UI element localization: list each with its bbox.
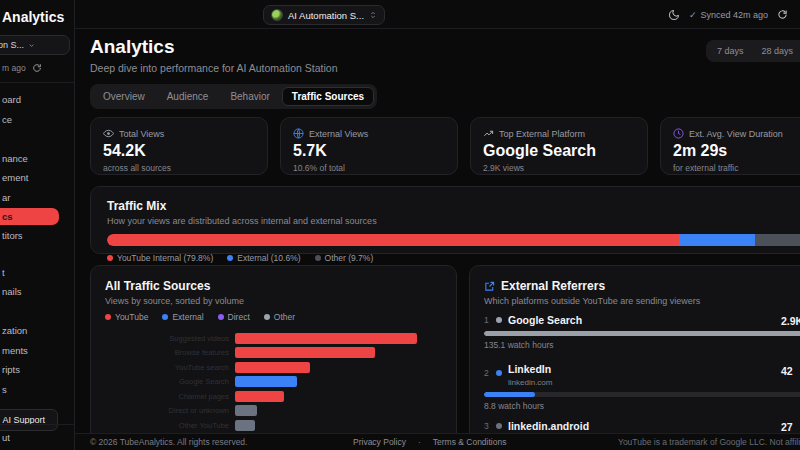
footer-separator: · — [418, 437, 421, 447]
clock-icon — [673, 128, 684, 139]
stat-label: Ext. Avg. View Duration — [689, 129, 783, 139]
channel-avatar — [271, 9, 283, 21]
stat-subtext: 10.6% of total — [293, 163, 445, 173]
stat-cards-row: Total Views 54.2K across all sources Ext… — [90, 117, 800, 175]
sidebar-item[interactable]: titors — [0, 226, 74, 246]
stat-subtext: 2.9K views — [483, 163, 635, 173]
tab-overview[interactable]: Overview — [93, 87, 155, 106]
sidebar-item[interactable] — [0, 302, 74, 322]
trending-up-icon — [483, 128, 494, 139]
stat-value: 54.2K — [103, 142, 255, 160]
page-title: Analytics — [90, 36, 800, 58]
traffic-mix-stacked-bar — [107, 234, 800, 246]
tab-traffic-sources[interactable]: Traffic Sources — [282, 87, 374, 106]
referrers-subtitle: Which platforms outside YouTube are send… — [484, 296, 800, 306]
stat-subtext: for external traffic — [673, 163, 800, 173]
legend-dot — [218, 314, 224, 320]
tab-behavior[interactable]: Behavior — [220, 87, 279, 106]
external-link-icon — [484, 281, 495, 292]
sidebar-item[interactable] — [0, 129, 74, 149]
referrer-value: 42 — [781, 365, 793, 377]
legend-item: YouTube — [105, 312, 148, 322]
stat-label: Top External Platform — [499, 129, 585, 139]
sidebar-item[interactable]: nance — [0, 149, 74, 169]
legend-item: YouTube Internal (79.8%) — [107, 253, 213, 263]
referrers-title: External Referrers — [501, 279, 605, 293]
traffic-mix-subtitle: How your views are distributed across in… — [107, 216, 800, 226]
sidebar-bottom-item[interactable]: ut — [0, 424, 75, 450]
legend-dot — [107, 255, 113, 261]
tab-audience[interactable]: Audience — [157, 87, 219, 106]
stat-card-avg-duration: Ext. Avg. View Duration 2m 29s for exter… — [660, 117, 800, 175]
topbar: AI Automation S... ✓ Synced 42m ago — [75, 0, 800, 29]
stat-value: 5.7K — [293, 142, 445, 160]
sidebar-channel-selector[interactable]: mation S... — [0, 35, 70, 55]
bar-row: Browse features — [105, 346, 442, 361]
app-window: Analytics mation S... m ago oard ce nanc… — [0, 0, 800, 450]
copyright: © 2026 TubeAnalytics. All rights reserve… — [90, 437, 247, 447]
legend-item: External (10.6%) — [227, 253, 300, 263]
sidebar-item[interactable]: t — [0, 263, 74, 283]
sidebar-item[interactable]: ce — [0, 110, 74, 130]
referrer-value: 2.9K — [781, 315, 800, 327]
sources-title: All Traffic Sources — [105, 279, 442, 293]
sidebar-nav: oard ce nance ement ar cs titors t nails… — [0, 90, 74, 399]
sync-status: ✓ Synced 42m ago — [689, 10, 768, 20]
stat-label: Total Views — [119, 129, 164, 139]
sidebar: Analytics mation S... m ago oard ce nanc… — [0, 0, 75, 450]
sidebar-item[interactable]: nails — [0, 282, 74, 302]
range-7-days[interactable]: 7 days — [709, 43, 752, 59]
moon-icon[interactable] — [668, 9, 680, 21]
sidebar-item[interactable]: s — [0, 380, 74, 400]
referrer-bar — [484, 392, 800, 397]
chevron-updown-icon — [369, 11, 377, 19]
stat-value: 2m 29s — [673, 142, 800, 160]
referrer-domain: linkedin.com — [508, 378, 552, 387]
refresh-icon[interactable] — [32, 63, 42, 73]
sidebar-section-gap — [0, 246, 74, 263]
legend-item: External — [162, 312, 203, 322]
referrer-watch-hours: 135.1 watch hours — [484, 340, 800, 350]
date-range-selector: 7 days 28 days 90 days 1 year — [706, 40, 800, 62]
legend-dot — [264, 314, 270, 320]
traffic-mix-title: Traffic Mix — [107, 199, 800, 213]
range-28-days[interactable]: 28 days — [753, 43, 800, 59]
sidebar-item-active[interactable]: cs — [0, 208, 59, 225]
channel-name-fragment: mation S... — [0, 40, 24, 50]
legend-dot — [162, 314, 168, 320]
referrer-dot — [496, 423, 502, 429]
sidebar-item[interactable]: ar — [0, 188, 74, 208]
legend-dot — [315, 255, 321, 261]
refresh-icon[interactable] — [777, 9, 788, 20]
legend-item: Direct — [218, 312, 250, 322]
referrer-dot — [496, 317, 502, 323]
referrer-value: 27 — [781, 421, 793, 433]
sidebar-item[interactable]: zation — [0, 321, 74, 341]
sidebar-item[interactable]: oard — [0, 90, 74, 110]
sidebar-item[interactable]: ments — [0, 341, 74, 361]
mix-segment-youtube-internal — [107, 234, 679, 246]
eye-icon — [103, 128, 114, 139]
mix-segment-other — [755, 234, 800, 246]
footer: © 2026 TubeAnalytics. All rights reserve… — [75, 433, 800, 450]
referrer-row[interactable]: 1 Google Search 2.9K 135.1 watch hours — [484, 314, 800, 350]
terms-link[interactable]: Terms & Conditions — [433, 437, 507, 447]
stat-value: Google Search — [483, 142, 635, 160]
sources-subtitle: Views by source, sorted by volume — [105, 296, 442, 306]
legend-dot — [227, 255, 233, 261]
analytics-tabs: Overview Audience Behavior Traffic Sourc… — [90, 84, 377, 109]
traffic-mix-card: Traffic Mix How your views are distribut… — [90, 186, 800, 254]
referrers-list: 1 Google Search 2.9K 135.1 watch hours 2 — [484, 314, 800, 450]
globe-icon — [293, 128, 304, 139]
sidebar-item[interactable]: ement — [0, 168, 74, 188]
bar-row: Direct or unknown — [105, 404, 442, 419]
youtube-disclaimer: YouTube is a trademark of Google LLC. No… — [618, 437, 800, 447]
privacy-policy-link[interactable]: Privacy Policy — [353, 437, 406, 447]
stat-label: External Views — [309, 129, 368, 139]
channel-selector[interactable]: AI Automation S... — [263, 5, 385, 25]
sidebar-item[interactable]: ripts — [0, 360, 74, 380]
stat-subtext: across all sources — [103, 163, 255, 173]
mix-segment-external — [679, 234, 755, 246]
stat-card-total-views: Total Views 54.2K across all sources — [90, 117, 268, 175]
referrer-row[interactable]: 2 LinkedIn linkedin.com 42 8.8 watch hou… — [484, 359, 800, 411]
